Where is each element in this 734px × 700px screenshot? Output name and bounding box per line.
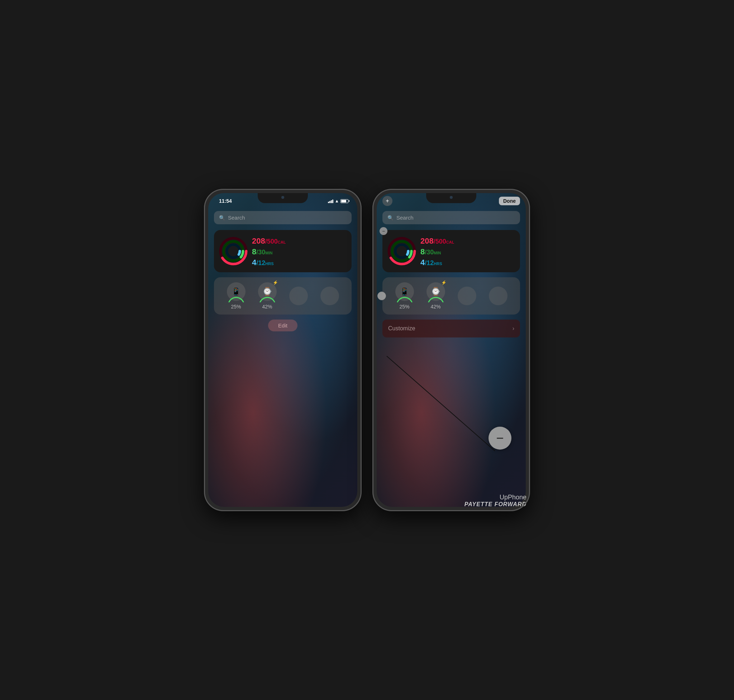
activity-widget-right: − 208/500CAL [382, 230, 520, 272]
move-goal: 500 [267, 238, 278, 245]
customize-chevron-icon: › [513, 325, 514, 332]
signal-bar-4 [332, 200, 333, 203]
search-placeholder-right: Search [396, 215, 414, 221]
phone-icon-container-left: 📱 [227, 282, 246, 301]
phone-icon-container-right: 📱 [395, 282, 414, 301]
notch-right [426, 193, 476, 203]
signal-bar-3 [331, 200, 332, 203]
watermark: UpPhone PAYETTE FORWARD [464, 494, 526, 507]
watch-battery-left: ⌚ 42% [258, 282, 277, 310]
stand-goal: 12 [258, 259, 265, 266]
add-widget-button[interactable]: + [382, 196, 392, 206]
search-icon-left: 🔍 [219, 215, 225, 221]
phone-battery-arc [228, 294, 245, 302]
watch-icon-container-left: ⌚ [258, 282, 277, 301]
stand-current: 4 [252, 258, 256, 267]
signal-bar-1 [328, 202, 329, 203]
watermark-line1: UpPhone [464, 494, 526, 501]
add-button-label: + [386, 198, 389, 204]
move-unit: CAL [278, 240, 286, 244]
remove-badge-activity[interactable]: − [380, 227, 388, 235]
activity-widget-left: 208/500CAL 8/30MIN 4/12HRS [214, 230, 352, 272]
search-icon-right: 🔍 [388, 215, 394, 221]
stand-stat-right: 4/12HRS [420, 258, 454, 267]
move-current-right: 208 [420, 237, 434, 246]
exercise-unit: MIN [265, 251, 273, 255]
watch-battery-pct-right: 42% [430, 304, 441, 310]
activity-stats-right: 208/500CAL 8/30MIN 4/12HRS [420, 235, 454, 267]
exercise-unit-right: MIN [434, 251, 441, 255]
screen-right: + Done 🔍 Search − [377, 193, 526, 507]
stand-unit: HRS [265, 262, 273, 266]
empty-slot-2-left [320, 287, 339, 305]
phone-battery-pct-right: 25% [399, 304, 409, 310]
watch-battery-arc [259, 294, 276, 302]
stand-stat: 4/12HRS [252, 258, 286, 267]
remove-minus-icon: − [496, 431, 504, 446]
battery-widget-left: 📱 25% ⌚ [214, 277, 352, 315]
empty-slot-1-left [289, 287, 308, 305]
activity-rings-right [388, 237, 416, 265]
exercise-current-right: 8 [420, 247, 425, 256]
time-display: 11:54 [219, 198, 232, 204]
empty-slot-2-right [489, 287, 507, 305]
exercise-goal-right: 30 [426, 249, 434, 256]
watch-icon-container-right: ⌚ [426, 282, 445, 301]
watermark-line2: PAYETTE FORWARD [464, 501, 526, 507]
battery-fill [341, 200, 346, 202]
watch-battery-right: ⌚ 42% [426, 282, 445, 310]
edit-button[interactable]: Edit [268, 319, 298, 331]
status-icons-left: ▲ [328, 199, 348, 203]
wifi-icon: ▲ [335, 199, 339, 203]
exercise-stat: 8/30MIN [252, 247, 286, 256]
activity-stats-left: 208/500CAL 8/30MIN 4/12HRS [252, 235, 286, 267]
empty-slot-1-right [458, 287, 476, 305]
move-stat: 208/500CAL [252, 237, 286, 246]
notch-dot-right [450, 196, 452, 199]
remove-widget-button[interactable]: − [488, 426, 511, 450]
search-placeholder-left: Search [228, 215, 245, 221]
phone-battery-arc-right [396, 294, 413, 302]
notch-left [258, 193, 308, 203]
screen-left: 11:54 ▲ 🔍 [208, 193, 357, 507]
exercise-current: 8 [252, 247, 256, 256]
stand-goal-right: 12 [426, 259, 434, 266]
signal-bar-2 [329, 201, 330, 203]
search-bar-right[interactable]: 🔍 Search [382, 211, 520, 224]
signal-icon [328, 199, 333, 203]
phone-battery-pct-left: 25% [231, 304, 241, 310]
drag-handle[interactable] [377, 292, 386, 300]
move-unit-right: CAL [446, 240, 454, 244]
battery-widget-wrapper: 📱 25% ⌚ [382, 277, 520, 315]
phone-battery-left: 📱 25% [227, 282, 246, 310]
watch-battery-arc-right [427, 294, 444, 302]
activity-rings-left [219, 237, 248, 265]
screenshot-container: 11:54 ▲ 🔍 [204, 189, 530, 511]
exercise-goal: 30 [258, 249, 265, 256]
phone-left: 11:54 ▲ 🔍 [204, 189, 362, 511]
customize-row[interactable]: Customize › [382, 319, 520, 337]
move-goal-right: 500 [435, 238, 446, 245]
content-right: 🔍 Search − [377, 207, 526, 507]
exercise-stat-right: 8/30MIN [420, 247, 454, 256]
watch-battery-pct-left: 42% [262, 304, 272, 310]
stand-unit-right: HRS [434, 262, 442, 266]
customize-label: Customize [388, 325, 416, 332]
done-button[interactable]: Done [499, 197, 520, 205]
edit-button-container: Edit [214, 319, 352, 331]
notch-dot-left [282, 196, 284, 199]
content-left: 🔍 Search [208, 207, 357, 507]
stand-current-right: 4 [420, 258, 425, 267]
svg-point-4 [227, 245, 240, 257]
move-stat-right: 208/500CAL [420, 237, 454, 246]
svg-point-10 [395, 245, 408, 257]
battery-status-icon [340, 199, 348, 203]
phone-right: + Done 🔍 Search − [372, 189, 530, 511]
search-bar-left[interactable]: 🔍 Search [214, 211, 352, 224]
battery-widget-right: 📱 25% ⌚ [382, 277, 520, 315]
move-current: 208 [252, 237, 265, 246]
phone-battery-right: 📱 25% [395, 282, 414, 310]
